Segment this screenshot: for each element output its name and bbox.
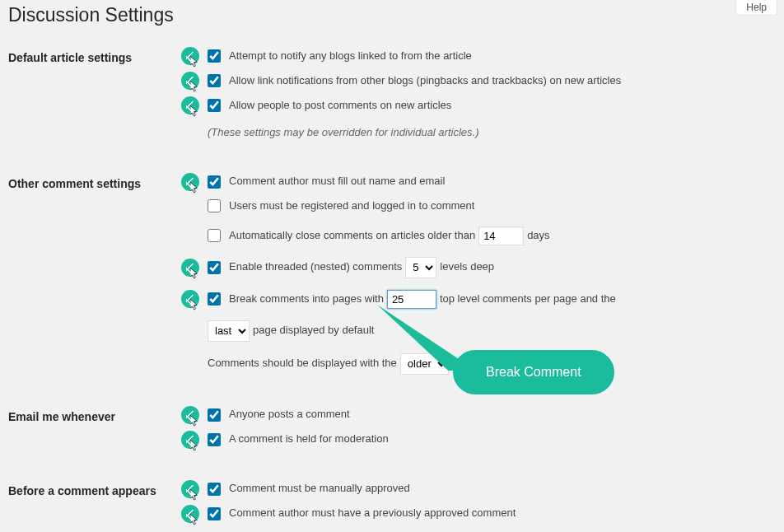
manual-approve-label: Comment must be manually approved [229,480,410,497]
prev-approved-checkbox[interactable] [208,507,221,520]
require-name-email-label: Comment author must fill out name and em… [229,173,445,190]
notify-blogs-checkbox[interactable] [208,49,221,63]
annotation-badge [181,96,199,114]
allow-pingbacks-checkbox[interactable] [208,74,221,87]
manual-approve-checkbox[interactable] [208,483,221,496]
annotation-badge [181,173,199,191]
annotation-badge [181,431,199,449]
allow-pingbacks-label: Allow link notifications from other blog… [229,72,621,90]
require-registered-label: Users must be registered and logged in t… [229,198,474,215]
break-pages-pre-label: Break comments into pages with [229,291,384,308]
threaded-pre-label: Enable threaded (nested) comments [229,259,402,276]
break-pages-checkbox[interactable] [208,292,221,306]
require-registered-checkbox[interactable] [208,199,221,212]
annotation-badge [181,480,199,498]
settings-table: Default article settings Attempt to noti… [8,35,772,532]
break-pages-value-input[interactable] [387,290,436,309]
threaded-checkbox[interactable] [208,261,221,274]
annotation-badge [181,47,199,65]
page-title: Discussion Settings [8,0,772,35]
anyone-posts-label: Anyone posts a comment [229,406,350,423]
held-moderation-label: A comment is held for moderation [229,431,389,448]
help-tab[interactable]: Help [735,0,777,16]
annotation-badge [181,406,199,424]
held-moderation-checkbox[interactable] [208,433,221,446]
auto-close-post-label: days [527,227,549,245]
annotation-badge [181,290,199,308]
auto-close-pre-label: Automatically close comments on articles… [229,227,475,245]
order-pre-label: Comments should be displayed with the [208,355,397,372]
section-heading-default-article: Default article settings [8,35,173,161]
prev-approved-label: Comment author must have a previously ap… [229,505,516,522]
break-pages-post-label: top level comments per page and the [440,291,616,308]
default-page-post-label: page displayed by default [253,322,374,339]
auto-close-checkbox[interactable] [208,229,221,242]
notify-blogs-label: Attempt to notify any blogs linked to fr… [229,48,472,65]
allow-comments-label: Allow people to post comments on new art… [229,97,451,114]
require-name-email-checkbox[interactable] [208,175,221,189]
threaded-post-label: levels deep [440,259,494,276]
order-select[interactable]: older [400,353,449,375]
threaded-levels-select[interactable]: 5 [405,257,436,278]
auto-close-days-input[interactable] [478,226,524,245]
section-heading-other-comment: Other comment settings [8,161,173,394]
annotation-badge [181,259,199,277]
override-hint: (These settings may be overridden for in… [208,124,478,142]
section-heading-email-me: Email me whenever [8,394,173,468]
section-heading-before-comment: Before a comment appears [8,468,173,532]
allow-comments-checkbox[interactable] [208,99,221,112]
annotation-badge [181,505,199,523]
anyone-posts-checkbox[interactable] [208,408,221,422]
default-page-select[interactable]: last [208,320,250,342]
annotation-badge [181,72,199,90]
order-post-label: co [452,355,464,372]
